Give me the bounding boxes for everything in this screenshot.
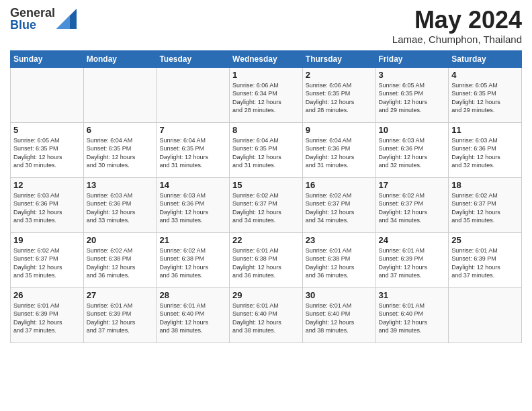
calendar-day: 23Sunrise: 6:01 AM Sunset: 6:38 PM Dayli… bbox=[302, 232, 375, 287]
day-number: 5 bbox=[13, 125, 81, 135]
col-sunday: Sunday bbox=[11, 50, 84, 67]
day-info: Sunrise: 6:02 AM Sunset: 6:37 PM Dayligh… bbox=[306, 191, 373, 225]
day-number: 9 bbox=[306, 125, 373, 135]
svg-marker-1 bbox=[56, 15, 70, 29]
day-number: 27 bbox=[87, 290, 154, 300]
day-info: Sunrise: 6:04 AM Sunset: 6:35 PM Dayligh… bbox=[232, 136, 300, 170]
day-info: Sunrise: 6:03 AM Sunset: 6:36 PM Dayligh… bbox=[87, 191, 154, 225]
day-number: 24 bbox=[379, 235, 446, 245]
day-info: Sunrise: 6:01 AM Sunset: 6:39 PM Dayligh… bbox=[451, 246, 519, 280]
calendar-table: Sunday Monday Tuesday Wednesday Thursday… bbox=[10, 50, 522, 343]
calendar-day: 16Sunrise: 6:02 AM Sunset: 6:37 PM Dayli… bbox=[302, 177, 375, 232]
calendar-day: 20Sunrise: 6:02 AM Sunset: 6:38 PM Dayli… bbox=[83, 232, 157, 287]
col-tuesday: Tuesday bbox=[157, 50, 230, 67]
calendar-body: 1Sunrise: 6:06 AM Sunset: 6:34 PM Daylig… bbox=[11, 67, 522, 342]
day-info: Sunrise: 6:03 AM Sunset: 6:36 PM Dayligh… bbox=[159, 191, 226, 225]
calendar-day bbox=[83, 67, 157, 122]
calendar-week-4: 19Sunrise: 6:02 AM Sunset: 6:37 PM Dayli… bbox=[11, 232, 522, 287]
calendar-day: 2Sunrise: 6:06 AM Sunset: 6:35 PM Daylig… bbox=[302, 67, 375, 122]
calendar-day bbox=[157, 67, 230, 122]
day-info: Sunrise: 6:02 AM Sunset: 6:37 PM Dayligh… bbox=[13, 246, 81, 280]
day-info: Sunrise: 6:05 AM Sunset: 6:35 PM Dayligh… bbox=[13, 136, 81, 170]
calendar-week-5: 26Sunrise: 6:01 AM Sunset: 6:39 PM Dayli… bbox=[11, 287, 522, 342]
calendar-day: 19Sunrise: 6:02 AM Sunset: 6:37 PM Dayli… bbox=[11, 232, 84, 287]
calendar-day: 31Sunrise: 6:01 AM Sunset: 6:40 PM Dayli… bbox=[375, 287, 449, 342]
day-number: 3 bbox=[379, 70, 446, 80]
day-number: 12 bbox=[13, 180, 81, 190]
day-number: 4 bbox=[451, 70, 519, 80]
calendar-day: 15Sunrise: 6:02 AM Sunset: 6:37 PM Dayli… bbox=[230, 177, 303, 232]
calendar-day: 6Sunrise: 6:04 AM Sunset: 6:35 PM Daylig… bbox=[83, 122, 157, 177]
day-number: 13 bbox=[87, 180, 154, 190]
day-info: Sunrise: 6:02 AM Sunset: 6:37 PM Dayligh… bbox=[379, 191, 446, 225]
day-number: 1 bbox=[232, 70, 300, 80]
day-info: Sunrise: 6:01 AM Sunset: 6:40 PM Dayligh… bbox=[159, 302, 226, 335]
day-number: 31 bbox=[379, 290, 446, 300]
calendar-day: 3Sunrise: 6:05 AM Sunset: 6:35 PM Daylig… bbox=[375, 67, 449, 122]
day-info: Sunrise: 6:05 AM Sunset: 6:35 PM Dayligh… bbox=[451, 81, 519, 115]
calendar-day: 13Sunrise: 6:03 AM Sunset: 6:36 PM Dayli… bbox=[83, 177, 157, 232]
col-saturday: Saturday bbox=[449, 50, 522, 67]
day-info: Sunrise: 6:06 AM Sunset: 6:34 PM Dayligh… bbox=[232, 81, 300, 115]
day-number: 21 bbox=[159, 235, 226, 245]
day-info: Sunrise: 6:01 AM Sunset: 6:40 PM Dayligh… bbox=[379, 302, 446, 335]
day-info: Sunrise: 6:03 AM Sunset: 6:36 PM Dayligh… bbox=[379, 136, 446, 170]
day-info: Sunrise: 6:02 AM Sunset: 6:38 PM Dayligh… bbox=[87, 246, 154, 280]
logo-text: General Blue bbox=[10, 7, 55, 31]
calendar-day bbox=[11, 67, 84, 122]
col-friday: Friday bbox=[375, 50, 449, 67]
day-number: 22 bbox=[232, 235, 300, 245]
day-info: Sunrise: 6:01 AM Sunset: 6:39 PM Dayligh… bbox=[13, 302, 81, 335]
day-number: 23 bbox=[306, 235, 373, 245]
day-info: Sunrise: 6:01 AM Sunset: 6:40 PM Dayligh… bbox=[306, 302, 373, 335]
calendar-day: 4Sunrise: 6:05 AM Sunset: 6:35 PM Daylig… bbox=[449, 67, 522, 122]
day-number: 10 bbox=[379, 125, 446, 135]
calendar-day bbox=[449, 287, 522, 342]
day-info: Sunrise: 6:02 AM Sunset: 6:37 PM Dayligh… bbox=[232, 191, 300, 225]
calendar-day: 12Sunrise: 6:03 AM Sunset: 6:36 PM Dayli… bbox=[11, 177, 84, 232]
day-number: 14 bbox=[159, 180, 226, 190]
header-row: Sunday Monday Tuesday Wednesday Thursday… bbox=[11, 50, 522, 67]
calendar-day: 5Sunrise: 6:05 AM Sunset: 6:35 PM Daylig… bbox=[11, 122, 84, 177]
calendar-day: 22Sunrise: 6:01 AM Sunset: 6:38 PM Dayli… bbox=[230, 232, 303, 287]
calendar-day: 18Sunrise: 6:02 AM Sunset: 6:37 PM Dayli… bbox=[449, 177, 522, 232]
calendar-day: 14Sunrise: 6:03 AM Sunset: 6:36 PM Dayli… bbox=[157, 177, 230, 232]
day-info: Sunrise: 6:02 AM Sunset: 6:37 PM Dayligh… bbox=[451, 191, 519, 225]
logo-general: General bbox=[10, 7, 55, 19]
day-number: 15 bbox=[232, 180, 300, 190]
day-info: Sunrise: 6:01 AM Sunset: 6:38 PM Dayligh… bbox=[232, 246, 300, 280]
logo-blue: Blue bbox=[10, 19, 55, 31]
day-number: 16 bbox=[306, 180, 373, 190]
day-info: Sunrise: 6:01 AM Sunset: 6:39 PM Dayligh… bbox=[87, 302, 154, 335]
day-number: 18 bbox=[451, 180, 519, 190]
day-number: 25 bbox=[451, 235, 519, 245]
calendar-week-2: 5Sunrise: 6:05 AM Sunset: 6:35 PM Daylig… bbox=[11, 122, 522, 177]
col-thursday: Thursday bbox=[302, 50, 375, 67]
day-info: Sunrise: 6:01 AM Sunset: 6:39 PM Dayligh… bbox=[379, 246, 446, 280]
calendar-day: 11Sunrise: 6:03 AM Sunset: 6:36 PM Dayli… bbox=[449, 122, 522, 177]
day-number: 7 bbox=[159, 125, 226, 135]
calendar-day: 24Sunrise: 6:01 AM Sunset: 6:39 PM Dayli… bbox=[375, 232, 449, 287]
day-info: Sunrise: 6:01 AM Sunset: 6:38 PM Dayligh… bbox=[306, 246, 373, 280]
day-number: 19 bbox=[13, 235, 81, 245]
title-block: May 2024 Lamae, Chumphon, Thailand bbox=[392, 7, 522, 45]
calendar-day: 8Sunrise: 6:04 AM Sunset: 6:35 PM Daylig… bbox=[230, 122, 303, 177]
calendar-day: 10Sunrise: 6:03 AM Sunset: 6:36 PM Dayli… bbox=[375, 122, 449, 177]
calendar-day: 28Sunrise: 6:01 AM Sunset: 6:40 PM Dayli… bbox=[157, 287, 230, 342]
calendar-day: 26Sunrise: 6:01 AM Sunset: 6:39 PM Dayli… bbox=[11, 287, 84, 342]
location-subtitle: Lamae, Chumphon, Thailand bbox=[392, 34, 522, 45]
calendar-day: 7Sunrise: 6:04 AM Sunset: 6:35 PM Daylig… bbox=[157, 122, 230, 177]
calendar-day: 9Sunrise: 6:04 AM Sunset: 6:36 PM Daylig… bbox=[302, 122, 375, 177]
calendar-day: 21Sunrise: 6:02 AM Sunset: 6:38 PM Dayli… bbox=[157, 232, 230, 287]
day-info: Sunrise: 6:01 AM Sunset: 6:40 PM Dayligh… bbox=[232, 302, 300, 335]
calendar-week-3: 12Sunrise: 6:03 AM Sunset: 6:36 PM Dayli… bbox=[11, 177, 522, 232]
calendar-day: 30Sunrise: 6:01 AM Sunset: 6:40 PM Dayli… bbox=[302, 287, 375, 342]
day-number: 11 bbox=[451, 125, 519, 135]
day-info: Sunrise: 6:04 AM Sunset: 6:36 PM Dayligh… bbox=[306, 136, 373, 170]
calendar-day: 27Sunrise: 6:01 AM Sunset: 6:39 PM Dayli… bbox=[83, 287, 157, 342]
day-info: Sunrise: 6:03 AM Sunset: 6:36 PM Dayligh… bbox=[13, 191, 81, 225]
calendar-day: 17Sunrise: 6:02 AM Sunset: 6:37 PM Dayli… bbox=[375, 177, 449, 232]
day-info: Sunrise: 6:06 AM Sunset: 6:35 PM Dayligh… bbox=[306, 81, 373, 115]
calendar-day: 29Sunrise: 6:01 AM Sunset: 6:40 PM Dayli… bbox=[230, 287, 303, 342]
calendar-day: 25Sunrise: 6:01 AM Sunset: 6:39 PM Dayli… bbox=[449, 232, 522, 287]
